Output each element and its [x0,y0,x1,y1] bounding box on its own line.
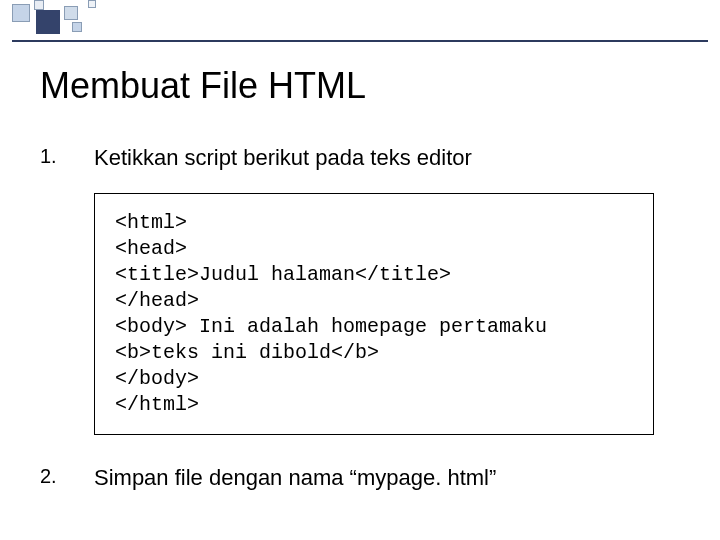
code-box: <html> <head> <title>Judul halaman</titl… [94,193,654,435]
slide-content: Membuat File HTML 1. Ketikkan script ber… [40,65,680,513]
code-line: </body> [115,366,633,392]
code-line: <body> Ini adalah homepage pertamaku [115,314,633,340]
deco-block [88,0,96,8]
list-number: 2. [40,465,94,488]
corner-decoration [0,0,135,35]
code-line: <head> [115,236,633,262]
deco-block [34,0,44,10]
list-item: 2. Simpan file dengan nama “mypage. html… [40,465,680,491]
list-text: Ketikkan script berikut pada teks editor [94,145,472,171]
list-number: 1. [40,145,94,168]
deco-block [64,6,78,20]
list-text: Simpan file dengan nama “mypage. html” [94,465,496,491]
page-title: Membuat File HTML [40,65,680,107]
list-item: 1. Ketikkan script berikut pada teks edi… [40,145,680,171]
top-divider [12,40,708,42]
deco-block [12,4,30,22]
code-line: <title>Judul halaman</title> [115,262,633,288]
code-line: </html> [115,392,633,418]
code-line: </head> [115,288,633,314]
code-line: <b>teks ini dibold</b> [115,340,633,366]
deco-block [36,10,60,34]
code-line: <html> [115,210,633,236]
deco-block [72,22,82,32]
